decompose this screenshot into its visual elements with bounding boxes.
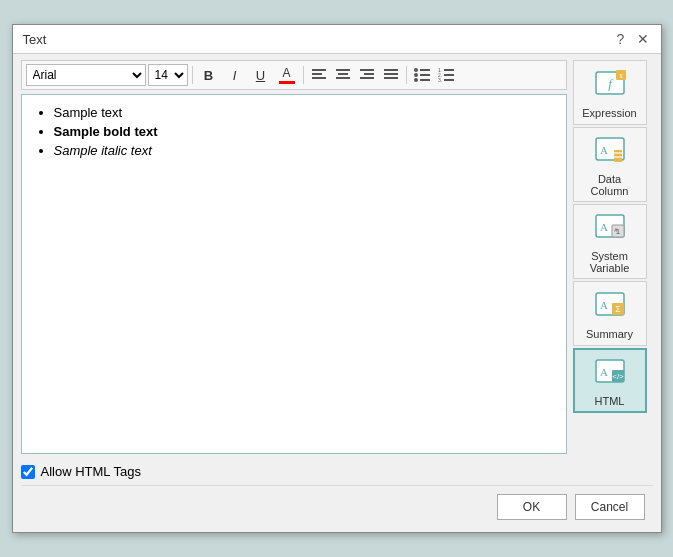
list-unordered-icon <box>414 68 430 82</box>
svg-text:A: A <box>600 299 608 311</box>
svg-text:Σ: Σ <box>615 304 621 314</box>
toolbar-separator-1 <box>192 66 193 84</box>
svg-rect-10 <box>360 77 374 79</box>
svg-text:A: A <box>600 144 608 156</box>
system-variable-button[interactable]: A 1 # System Variable <box>573 204 647 279</box>
expression-icon: f x <box>592 68 628 104</box>
list-unordered-button[interactable] <box>411 64 433 86</box>
svg-point-18 <box>414 73 418 77</box>
dialog-title: Text <box>23 32 47 47</box>
svg-rect-0 <box>312 69 326 71</box>
svg-text:x: x <box>619 71 623 80</box>
list-ordered-button[interactable]: 1. 2. 3. <box>435 64 457 86</box>
text-editor[interactable]: Sample text Sample bold text Sample ital… <box>21 94 567 454</box>
toolbar-separator-2 <box>303 66 304 84</box>
svg-rect-25 <box>444 74 454 76</box>
ok-button[interactable]: OK <box>497 494 567 520</box>
svg-rect-35 <box>614 152 622 154</box>
svg-rect-27 <box>444 79 454 81</box>
data-column-button[interactable]: A Data Column <box>573 127 647 202</box>
allow-html-label: Allow HTML Tags <box>41 464 141 479</box>
editor-line-italic: Sample italic text <box>54 143 554 158</box>
dialog-body: Arial 14 B I U A <box>13 54 661 532</box>
svg-rect-5 <box>338 73 348 75</box>
svg-rect-8 <box>360 69 374 71</box>
summary-button[interactable]: A Σ Summary <box>573 281 647 346</box>
svg-rect-14 <box>384 77 398 79</box>
svg-rect-19 <box>420 74 430 76</box>
html-icon: A </> <box>592 356 628 392</box>
title-bar-controls: ? ✕ <box>613 31 651 47</box>
color-indicator <box>279 81 295 84</box>
allow-html-row: Allow HTML Tags <box>21 464 567 479</box>
expression-label: Expression <box>582 107 636 119</box>
toolbar-separator-3 <box>406 66 407 84</box>
align-right-button[interactable] <box>356 64 378 86</box>
font-color-button[interactable]: A <box>275 64 299 86</box>
system-variable-label: System Variable <box>578 250 642 274</box>
svg-rect-12 <box>384 69 398 71</box>
align-center-button[interactable] <box>332 64 354 86</box>
svg-rect-6 <box>336 77 350 79</box>
data-column-label: Data Column <box>578 173 642 197</box>
svg-text:A: A <box>600 366 608 378</box>
svg-rect-21 <box>420 79 430 81</box>
svg-rect-2 <box>312 77 326 79</box>
bottom-bar: OK Cancel <box>21 485 653 524</box>
svg-rect-23 <box>444 69 454 71</box>
font-select[interactable]: Arial <box>26 64 146 86</box>
font-color-label: A <box>282 66 290 80</box>
text-dialog: Text ? ✕ Arial 14 B I <box>12 24 662 533</box>
underline-button[interactable]: U <box>249 64 273 86</box>
align-left-icon <box>312 69 326 81</box>
close-button[interactable]: ✕ <box>635 31 651 47</box>
svg-rect-17 <box>420 69 430 71</box>
main-area: Arial 14 B I U A <box>21 60 653 479</box>
allow-html-checkbox[interactable] <box>21 465 35 479</box>
bold-button[interactable]: B <box>197 64 221 86</box>
data-column-icon: A <box>592 134 628 170</box>
italic-button[interactable]: I <box>223 64 247 86</box>
svg-rect-4 <box>336 69 350 71</box>
svg-text:A: A <box>600 221 608 233</box>
svg-rect-1 <box>312 73 322 75</box>
system-variable-icon: A 1 # <box>592 211 628 247</box>
svg-rect-13 <box>384 73 398 75</box>
svg-text:</>: </> <box>612 372 624 381</box>
summary-icon: A Σ <box>592 289 628 325</box>
summary-label: Summary <box>586 328 633 340</box>
svg-point-16 <box>414 68 418 72</box>
align-right-icon <box>360 69 374 81</box>
editor-area: Arial 14 B I U A <box>21 60 567 479</box>
align-left-button[interactable] <box>308 64 330 86</box>
expression-button[interactable]: f x Expression <box>573 60 647 125</box>
help-button[interactable]: ? <box>613 31 629 47</box>
align-justify-button[interactable] <box>380 64 402 86</box>
font-size-select[interactable]: 14 <box>148 64 188 86</box>
html-button[interactable]: A </> HTML <box>573 348 647 413</box>
title-bar: Text ? ✕ <box>13 25 661 54</box>
toolbar: Arial 14 B I U A <box>21 60 567 90</box>
svg-rect-36 <box>614 156 622 158</box>
svg-text:3.: 3. <box>438 77 442 82</box>
cancel-button[interactable]: Cancel <box>575 494 645 520</box>
editor-line-bold: Sample bold text <box>54 124 554 139</box>
editor-line-normal: Sample text <box>54 105 554 120</box>
list-ordered-icon: 1. 2. 3. <box>438 68 454 82</box>
svg-point-20 <box>414 78 418 82</box>
svg-rect-9 <box>364 73 374 75</box>
html-label: HTML <box>595 395 625 407</box>
align-center-icon <box>336 69 350 81</box>
side-panel: f x Expression A <box>573 60 653 479</box>
align-justify-icon <box>384 69 398 81</box>
